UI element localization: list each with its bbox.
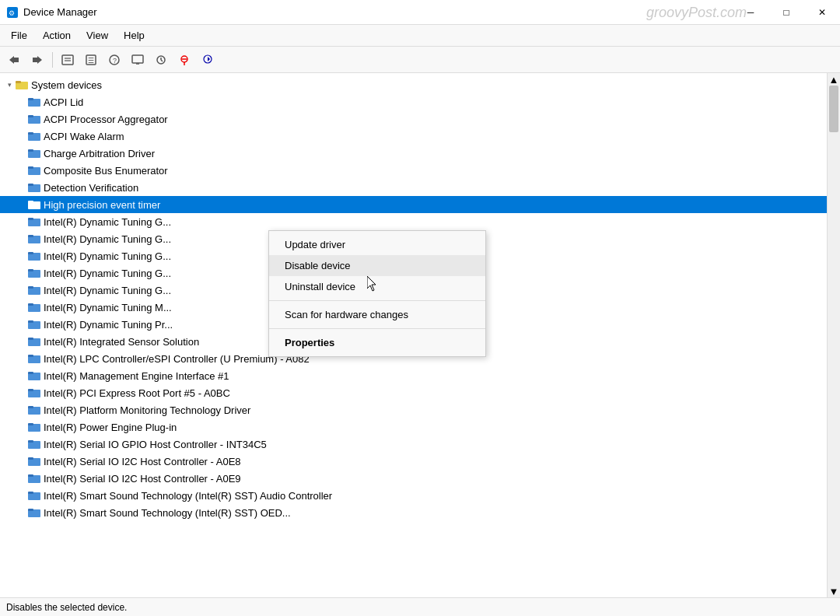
svg-text:⚙: ⚙ bbox=[9, 9, 15, 17]
system-devices-folder-icon bbox=[16, 79, 28, 91]
svg-rect-47 bbox=[28, 269, 33, 271]
add-device-button[interactable] bbox=[197, 50, 219, 70]
forward-button[interactable] bbox=[26, 50, 48, 70]
list-item[interactable]: ACPI Lid bbox=[0, 93, 827, 110]
folder-icon bbox=[28, 404, 40, 416]
list-item[interactable]: Intel(R) Management Engine Interface #1 bbox=[0, 367, 827, 384]
svg-rect-33 bbox=[28, 149, 33, 152]
svg-rect-25 bbox=[16, 81, 21, 83]
svg-rect-63 bbox=[28, 406, 33, 408]
folder-icon bbox=[28, 130, 40, 142]
list-item[interactable]: Charge Arbitration Driver bbox=[0, 145, 827, 162]
folder-icon bbox=[28, 318, 40, 331]
selected-device-item[interactable]: High precision event timer bbox=[0, 196, 827, 213]
watermark: groovyPost.com bbox=[646, 5, 747, 21]
svg-rect-59 bbox=[28, 372, 33, 374]
context-menu: Update driver Disable device Uninstall d… bbox=[268, 230, 486, 357]
system-devices-label: System devices bbox=[31, 79, 102, 91]
folder-icon bbox=[28, 472, 40, 485]
ctx-scan-hardware[interactable]: Scan for hardware changes bbox=[269, 304, 485, 325]
list-item[interactable]: Intel(R) Serial IO GPIO Host Controller … bbox=[0, 436, 827, 453]
svg-text:?: ? bbox=[113, 57, 117, 65]
maximize-button[interactable]: □ bbox=[768, 0, 804, 25]
ctx-separator-1 bbox=[269, 300, 485, 301]
close-button[interactable]: ✕ bbox=[804, 0, 840, 25]
expand-icon: ▾ bbox=[3, 79, 16, 91]
scroll-down-button[interactable]: ▼ bbox=[828, 585, 840, 597]
update-driver-button[interactable]: ☰ bbox=[80, 50, 102, 70]
svg-line-17 bbox=[161, 60, 163, 61]
scroll-up-button[interactable]: ▲ bbox=[828, 73, 840, 86]
list-item[interactable]: Intel(R) Serial IO I2C Host Controller -… bbox=[0, 470, 827, 487]
folder-icon bbox=[28, 233, 40, 245]
ctx-properties[interactable]: Properties bbox=[269, 332, 485, 353]
folder-icon bbox=[28, 215, 40, 228]
menu-view[interactable]: View bbox=[79, 26, 116, 44]
scroll-thumb[interactable] bbox=[829, 86, 838, 132]
back-button[interactable] bbox=[3, 50, 25, 70]
status-text: Disables the selected device. bbox=[6, 602, 127, 613]
menu-action[interactable]: Action bbox=[35, 26, 79, 44]
app-icon: ⚙ bbox=[6, 6, 19, 19]
svg-marker-4 bbox=[37, 56, 42, 64]
svg-rect-51 bbox=[28, 303, 33, 306]
folder-icon bbox=[28, 387, 40, 399]
svg-rect-3 bbox=[14, 58, 19, 62]
list-item[interactable]: ACPI Wake Alarm bbox=[0, 128, 827, 145]
remove-device-button[interactable] bbox=[173, 50, 195, 70]
folder-icon bbox=[28, 369, 40, 382]
svg-rect-65 bbox=[28, 423, 33, 425]
ctx-disable-device[interactable]: Disable device bbox=[269, 255, 485, 276]
folder-icon bbox=[28, 96, 40, 108]
folder-icon bbox=[28, 352, 40, 365]
svg-rect-45 bbox=[28, 252, 33, 254]
folder-icon bbox=[28, 421, 40, 433]
svg-rect-39 bbox=[28, 201, 33, 203]
properties-button[interactable] bbox=[57, 50, 79, 70]
folder-icon bbox=[28, 489, 40, 502]
ctx-uninstall-device[interactable]: Uninstall device bbox=[269, 276, 485, 297]
svg-marker-22 bbox=[208, 57, 210, 61]
menu-help[interactable]: Help bbox=[116, 26, 152, 44]
folder-icon bbox=[28, 250, 40, 262]
help-button[interactable]: ? bbox=[103, 50, 125, 70]
menu-file[interactable]: File bbox=[3, 26, 35, 44]
svg-rect-43 bbox=[28, 235, 33, 237]
list-item[interactable]: Intel(R) PCI Express Root Port #5 - A0BC bbox=[0, 384, 827, 401]
scan-button[interactable] bbox=[150, 50, 172, 70]
scrollbar[interactable]: ▲ ▼ bbox=[827, 73, 840, 597]
svg-rect-29 bbox=[28, 115, 33, 117]
list-item[interactable]: Intel(R) Dynamic Tuning G... bbox=[0, 213, 827, 230]
svg-rect-41 bbox=[28, 218, 33, 220]
list-item[interactable]: Detection Verification bbox=[0, 179, 827, 196]
tree-root-system-devices[interactable]: ▾ System devices bbox=[0, 76, 827, 93]
list-item[interactable]: Intel(R) Serial IO I2C Host Controller -… bbox=[0, 453, 827, 470]
list-item[interactable]: ACPI Processor Aggregator bbox=[0, 110, 827, 128]
svg-rect-61 bbox=[28, 389, 33, 391]
svg-rect-5 bbox=[33, 58, 37, 62]
minimize-button[interactable]: ─ bbox=[733, 0, 768, 25]
ctx-update-driver[interactable]: Update driver bbox=[269, 234, 485, 255]
svg-rect-75 bbox=[28, 509, 33, 511]
display-button[interactable] bbox=[127, 50, 149, 70]
svg-rect-37 bbox=[28, 184, 33, 186]
svg-marker-2 bbox=[9, 56, 14, 64]
svg-rect-6 bbox=[62, 55, 73, 65]
window-controls: ─ □ ✕ bbox=[733, 0, 840, 25]
folder-icon-selected bbox=[28, 198, 40, 211]
folder-icon bbox=[28, 284, 40, 296]
list-item[interactable]: Intel(R) Power Engine Plug-in bbox=[0, 418, 827, 436]
list-item[interactable]: Composite Bus Enumerator bbox=[0, 162, 827, 179]
list-item[interactable]: Intel(R) Smart Sound Technology (Intel(R… bbox=[0, 504, 827, 521]
folder-icon bbox=[28, 506, 40, 519]
folder-icon bbox=[28, 164, 40, 177]
folder-icon bbox=[28, 181, 40, 194]
folder-icon bbox=[28, 147, 40, 159]
folder-icon bbox=[28, 113, 40, 125]
toolbar: ☰ ? bbox=[0, 47, 840, 73]
list-item[interactable]: Intel(R) Platform Monitoring Technology … bbox=[0, 401, 827, 418]
folder-icon bbox=[28, 438, 40, 450]
status-bar: Disables the selected device. bbox=[0, 597, 840, 616]
list-item[interactable]: Intel(R) Smart Sound Technology (Intel(R… bbox=[0, 487, 827, 504]
folder-icon bbox=[28, 301, 40, 313]
